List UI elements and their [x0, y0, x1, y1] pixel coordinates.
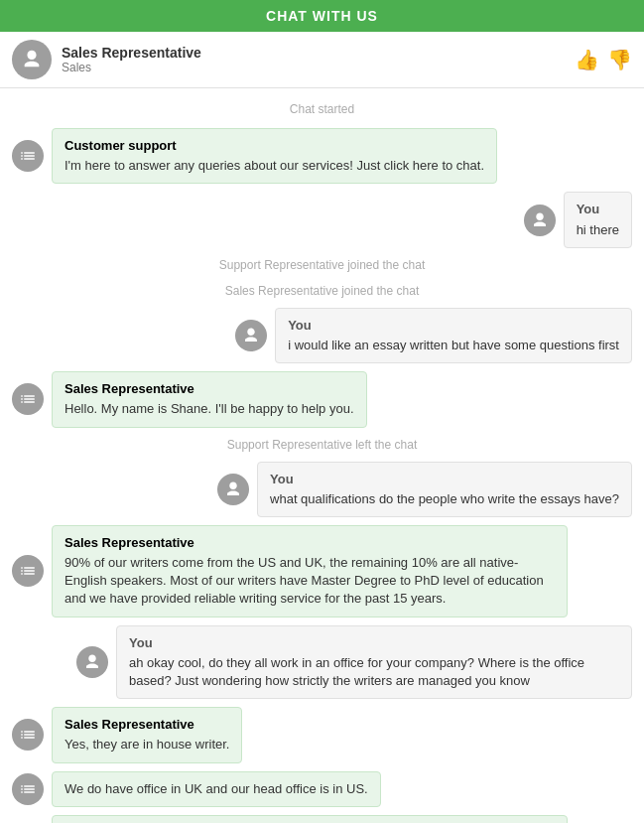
agent-bubble-avatar: [12, 719, 44, 751]
agent-message-row: We use a precise writer matching system …: [12, 815, 632, 823]
agent-message-row: Sales Representative90% of our writers c…: [12, 525, 632, 617]
agent-bubble-name: Sales Representative: [64, 534, 555, 552]
user-bubble: Youi would like an essay written but hav…: [275, 308, 632, 363]
agent-bubble: Sales RepresentativeYes, they are in hou…: [52, 707, 242, 762]
user-bubble-name: You: [270, 471, 619, 488]
user-bubble-text: what qualifications do the people who wr…: [270, 490, 619, 508]
agent-bar: Sales Representative Sales 👍 👎: [0, 32, 644, 88]
user-bubble-text: ah okay cool, do they all work in an off…: [129, 654, 619, 690]
agent-bubble-avatar: [12, 555, 44, 587]
agent-info: Sales Representative Sales: [12, 40, 201, 79]
agent-message-row: Customer supportI'm here to answer any q…: [12, 128, 632, 184]
agent-avatar: [12, 40, 52, 79]
user-bubble-avatar: [217, 474, 249, 505]
agent-bubble-avatar: [12, 140, 44, 172]
agent-bubble-name: Customer support: [64, 137, 484, 155]
user-message-row: Youah okay cool, do they all work in an …: [12, 625, 632, 700]
thumbs-up-icon[interactable]: 👍: [575, 48, 599, 71]
user-bubble-avatar: [524, 205, 556, 236]
agent-bubble-text: Hello. My name is Shane. I'll be happy t…: [64, 400, 354, 418]
chat-area: Chat startedCustomer supportI'm here to …: [0, 88, 644, 823]
agent-bubble-text: We do have office in UK and our head off…: [64, 780, 368, 798]
agent-message-row: We do have office in UK and our head off…: [12, 771, 632, 807]
agent-bubble-text: 90% of our writers come from the US and …: [64, 554, 555, 609]
agent-bubble-name: Sales Representative: [64, 380, 354, 398]
user-message-row: Youhi there: [12, 192, 632, 247]
thumbs-down-icon[interactable]: 👎: [607, 48, 632, 71]
user-bubble-name: You: [577, 201, 619, 218]
agent-bubble-avatar: [12, 383, 44, 415]
agent-message-row: Sales RepresentativeYes, they are in hou…: [12, 707, 632, 762]
user-bubble: Youhi there: [564, 192, 632, 247]
user-message-row: Youwhat qualifications do the people who…: [12, 462, 632, 517]
top-bar-title: CHAT WITH US: [266, 8, 378, 24]
agent-bubble-text: I'm here to answer any queries about our…: [64, 157, 484, 175]
user-bubble-text: hi there: [577, 221, 619, 239]
system-message: Support Representative joined the chat: [12, 258, 632, 272]
agent-bubble: Sales RepresentativeHello. My name is Sh…: [52, 371, 367, 427]
top-bar: CHAT WITH US: [0, 0, 644, 32]
agent-bubble: We use a precise writer matching system …: [52, 815, 568, 823]
agent-bubble-name: Sales Representative: [64, 716, 229, 734]
user-bubble-name: You: [129, 634, 619, 652]
user-bubble-name: You: [288, 317, 619, 335]
agent-role: Sales: [62, 61, 201, 74]
agent-bubble-text: Yes, they are in house writer.: [64, 736, 229, 754]
agent-bubble: Customer supportI'm here to answer any q…: [52, 128, 497, 184]
chat-started: Chat started: [12, 102, 632, 116]
agent-bubble: We do have office in UK and our head off…: [52, 771, 381, 807]
user-bubble-text: i would like an essay written but have s…: [288, 337, 619, 354]
feedback-actions[interactable]: 👍 👎: [575, 48, 632, 71]
agent-bubble: Sales Representative90% of our writers c…: [52, 525, 568, 617]
system-message: Support Representative left the chat: [12, 438, 632, 452]
system-message: Sales Representative joined the chat: [12, 284, 632, 298]
user-bubble-avatar: [235, 320, 267, 351]
agent-bubble-avatar: [12, 773, 44, 805]
user-message-row: Youi would like an essay written but hav…: [12, 308, 632, 363]
user-bubble: Youah okay cool, do they all work in an …: [116, 625, 632, 700]
agent-name: Sales Representative: [62, 45, 201, 61]
agent-details: Sales Representative Sales: [62, 45, 201, 74]
user-bubble: Youwhat qualifications do the people who…: [257, 462, 632, 517]
agent-message-row: Sales RepresentativeHello. My name is Sh…: [12, 371, 632, 427]
user-bubble-avatar: [76, 646, 108, 678]
